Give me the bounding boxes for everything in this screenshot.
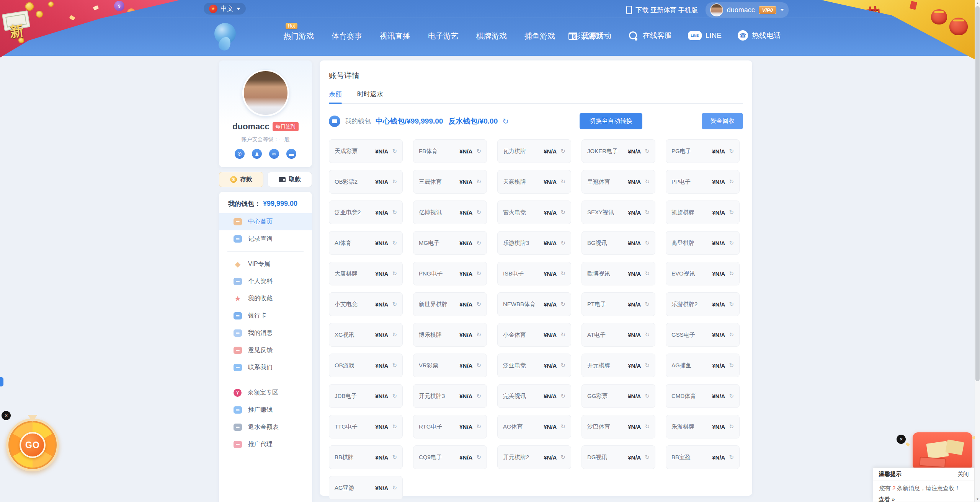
sidebar-item[interactable]: 返水金额表 (219, 419, 312, 436)
refresh-icon[interactable] (392, 454, 397, 461)
refresh-icon[interactable] (729, 148, 734, 155)
sidebar-item[interactable]: ◆ VIP专属 (219, 256, 312, 273)
refresh-icon[interactable] (476, 454, 481, 461)
fund-recycle-button[interactable]: 资金回收 (702, 113, 743, 129)
refresh-icon[interactable] (645, 301, 650, 308)
lucky-wheel[interactable]: GO (6, 419, 59, 471)
refresh-icon[interactable] (392, 240, 397, 246)
nav-right-item[interactable]: LINE LINE (688, 30, 722, 41)
refresh-icon[interactable] (729, 362, 734, 369)
refresh-icon[interactable] (476, 301, 481, 308)
site-logo[interactable] (213, 23, 238, 51)
refresh-icon[interactable] (392, 178, 397, 185)
language-selector[interactable]: 中文 (204, 3, 246, 15)
refresh-icon[interactable] (392, 209, 397, 216)
scrollbar[interactable] (975, 0, 980, 502)
refresh-icon[interactable] (476, 393, 481, 399)
sidebar-item[interactable]: 意见反馈 (219, 342, 312, 359)
go-wheel-button[interactable]: GO (20, 432, 46, 458)
bank-card-contact-icon[interactable]: ▬ (286, 149, 296, 159)
nav-right-item[interactable]: 热线电话 (738, 30, 781, 41)
sidebar-item[interactable]: 中心首页 (219, 213, 312, 230)
refresh-icon[interactable] (560, 301, 565, 308)
deposit-button[interactable]: 存款 (219, 172, 263, 187)
refresh-icon[interactable] (560, 454, 565, 461)
tab[interactable]: 余额 (329, 90, 342, 103)
refresh-icon[interactable] (729, 301, 734, 308)
refresh-icon[interactable] (645, 178, 650, 185)
daily-checkin-badge[interactable]: 每日签到 (273, 122, 299, 131)
refresh-icon[interactable] (729, 423, 734, 430)
sidebar-item[interactable]: 我的消息 (219, 324, 312, 342)
refresh-icon[interactable] (560, 362, 565, 369)
close-icon[interactable] (897, 435, 906, 444)
refresh-icon[interactable] (476, 362, 481, 369)
refresh-icon[interactable] (392, 270, 397, 277)
refresh-icon[interactable] (392, 423, 397, 430)
nav-item[interactable]: 棋牌游戏 (476, 31, 507, 41)
user-menu[interactable]: duomacc VIP0 (706, 2, 789, 18)
refresh-icon[interactable] (645, 454, 650, 461)
refresh-icon[interactable] (560, 240, 565, 246)
person-contact-icon[interactable]: ♟ (252, 149, 262, 159)
sidebar-item[interactable]: 联系我们 (219, 359, 312, 376)
mail-contact-icon[interactable]: ✉ (269, 149, 279, 159)
scroll-down-arrow[interactable] (975, 496, 980, 502)
refresh-icon[interactable] (560, 331, 565, 338)
sidebar-item[interactable]: 推广赚钱 (219, 401, 312, 419)
refresh-icon[interactable] (645, 240, 650, 246)
refresh-icon[interactable] (476, 178, 481, 185)
refresh-icon[interactable] (560, 423, 565, 430)
nav-right-item[interactable]: 在线客服 (627, 30, 672, 41)
sidebar-item[interactable]: 记录查询 (219, 230, 312, 248)
nav-item[interactable]: 体育赛事 (332, 31, 362, 41)
refresh-icon[interactable] (392, 484, 397, 491)
refresh-icon[interactable] (645, 393, 650, 399)
gift-promo[interactable] (913, 432, 972, 470)
refresh-icon[interactable] (392, 301, 397, 308)
refresh-icon[interactable] (392, 362, 397, 369)
phone-contact-icon[interactable]: ✆ (235, 149, 245, 159)
refresh-icon[interactable] (645, 209, 650, 216)
nav-item[interactable]: 视讯直播 (380, 31, 410, 41)
refresh-icon[interactable] (560, 148, 565, 155)
nav-right-item[interactable]: 优惠活动 (567, 30, 611, 41)
toast-close-button[interactable]: 关闭 (957, 471, 969, 478)
refresh-icon[interactable] (476, 331, 481, 338)
refresh-icon[interactable] (645, 423, 650, 430)
scrollbar-thumb[interactable] (975, 6, 980, 381)
refresh-icon[interactable] (729, 270, 734, 277)
refresh-icon[interactable] (392, 393, 397, 399)
scroll-up-arrow[interactable] (975, 0, 980, 6)
tab[interactable]: 时时返水 (357, 90, 383, 103)
refresh-icon[interactable] (729, 393, 734, 399)
auto-transfer-button[interactable]: 切换至自动转换 (580, 113, 642, 129)
sidebar-item[interactable]: 个人资料 (219, 273, 312, 290)
refresh-icon[interactable] (729, 454, 734, 461)
refresh-icon[interactable] (729, 240, 734, 246)
refresh-icon[interactable] (476, 423, 481, 430)
refresh-icon[interactable] (645, 148, 650, 155)
refresh-icon[interactable] (645, 362, 650, 369)
refresh-icon[interactable] (645, 270, 650, 277)
refresh-icon[interactable] (729, 178, 734, 185)
sidebar-item[interactable]: ¥ 余额宝专区 (219, 384, 312, 401)
nav-item[interactable]: 捕鱼游戏 (524, 31, 555, 41)
refresh-icon[interactable] (476, 270, 481, 277)
nav-item[interactable]: Hot 热门游戏 (283, 31, 314, 41)
refresh-icon[interactable] (560, 270, 565, 277)
refresh-icon[interactable] (560, 209, 565, 216)
refresh-icon[interactable] (645, 331, 650, 338)
download-app-link[interactable]: 下载 亚新体育 手机版 (626, 6, 697, 15)
nav-item[interactable]: 电子游艺 (428, 31, 459, 41)
refresh-icon[interactable] (476, 148, 481, 155)
refresh-icon[interactable] (729, 209, 734, 216)
toast-view-link[interactable]: 查看 » (873, 494, 974, 502)
sidebar-item[interactable]: 推广代理 (219, 436, 312, 453)
refresh-icon[interactable] (392, 148, 397, 155)
refresh-icon[interactable] (729, 331, 734, 338)
sidebar-item[interactable]: ★ 我的收藏 (219, 290, 312, 307)
sidebar-item[interactable]: 银行卡 (219, 307, 312, 324)
refresh-icon[interactable] (560, 393, 565, 399)
refresh-icon[interactable] (560, 178, 565, 185)
